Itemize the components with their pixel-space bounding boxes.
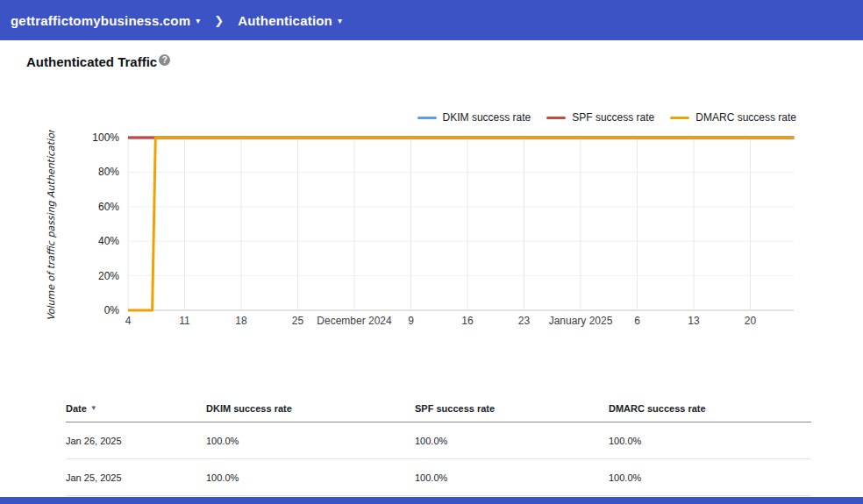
svg-text:100%: 100% (92, 131, 119, 144)
sort-descending-icon: ▼ (90, 404, 97, 412)
svg-text:Volume of traffic passing Auth: Volume of traffic passing Authentication (46, 130, 57, 321)
column-header-dkim: DKIM success rate (206, 403, 415, 414)
svg-text:4: 4 (125, 315, 132, 327)
cell-dkim: 100.0% (206, 436, 415, 446)
svg-text:20%: 20% (98, 270, 119, 282)
page-header: Authenticated Traffic ? (26, 54, 170, 70)
domain-selector-dropdown[interactable]: gettraffictomybusiness.com ▾ (11, 13, 200, 28)
svg-text:20: 20 (745, 315, 757, 327)
table-header-row: Date ▼ DKIM success rate SPF success rat… (66, 394, 811, 422)
cell-date: Jan 25, 2025 (66, 472, 206, 483)
dkim-line-swatch-icon (417, 117, 437, 119)
svg-text:9: 9 (408, 315, 414, 327)
section-selector-dropdown[interactable]: Authentication ▾ (238, 13, 342, 28)
svg-text:January 2025: January 2025 (549, 315, 613, 327)
legend-item-dmarc: DMARC success rate (670, 111, 796, 124)
cell-dmarc: 100.0% (609, 436, 811, 446)
svg-text:11: 11 (179, 315, 190, 327)
svg-text:80%: 80% (98, 166, 119, 178)
svg-text:40%: 40% (98, 235, 119, 247)
dropdown-caret-icon: ▾ (196, 16, 200, 25)
authentication-rates-table: Date ▼ DKIM success rate SPF success rat… (66, 394, 811, 496)
svg-text:December 2024: December 2024 (317, 315, 392, 327)
svg-text:60%: 60% (98, 201, 119, 213)
dropdown-caret-icon: ▾ (338, 16, 342, 25)
svg-text:0%: 0% (104, 304, 120, 316)
legend-item-dkim: DKIM success rate (417, 111, 531, 124)
authenticated-traffic-chart: 4111825December 202491623January 2025613… (0, 130, 863, 336)
top-navigation-bar: gettraffictomybusiness.com ▾ ❯ Authentic… (0, 0, 863, 40)
domain-name: gettraffictomybusiness.com (11, 13, 190, 28)
svg-text:13: 13 (688, 315, 700, 327)
cell-spf: 100.0% (415, 436, 609, 446)
legend-label-dmarc: DMARC success rate (695, 111, 796, 124)
next-section-bar (0, 497, 863, 504)
section-name: Authentication (238, 13, 332, 28)
cell-spf: 100.0% (415, 472, 609, 483)
column-header-spf: SPF success rate (415, 403, 609, 414)
cell-dkim: 100.0% (206, 472, 415, 483)
svg-text:18: 18 (235, 315, 247, 327)
table-row: Jan 26, 2025 100.0% 100.0% 100.0% (66, 422, 811, 459)
legend-label-dkim: DKIM success rate (443, 111, 531, 124)
svg-text:6: 6 (634, 315, 640, 327)
column-header-dmarc: DMARC success rate (609, 403, 811, 414)
legend-item-spf: SPF success rate (546, 111, 654, 124)
cell-dmarc: 100.0% (609, 472, 811, 483)
svg-text:16: 16 (461, 315, 474, 327)
svg-text:23: 23 (518, 315, 531, 327)
table-row: Jan 25, 2025 100.0% 100.0% 100.0% (66, 459, 811, 496)
page-title: Authenticated Traffic (26, 54, 157, 70)
chevron-right-icon: ❯ (214, 14, 224, 27)
cell-date: Jan 26, 2025 (66, 436, 206, 446)
svg-text:25: 25 (292, 315, 304, 327)
chart-legend: DKIM success rate SPF success rate DMARC… (417, 111, 796, 124)
dmarc-line-swatch-icon (670, 117, 689, 119)
column-header-date[interactable]: Date ▼ (66, 403, 206, 414)
postmaster-tools-app: gettraffictomybusiness.com ▾ ❯ Authentic… (0, 0, 863, 504)
legend-label-spf: SPF success rate (572, 111, 654, 124)
help-icon[interactable]: ? (159, 54, 170, 66)
spf-line-swatch-icon (546, 117, 566, 119)
